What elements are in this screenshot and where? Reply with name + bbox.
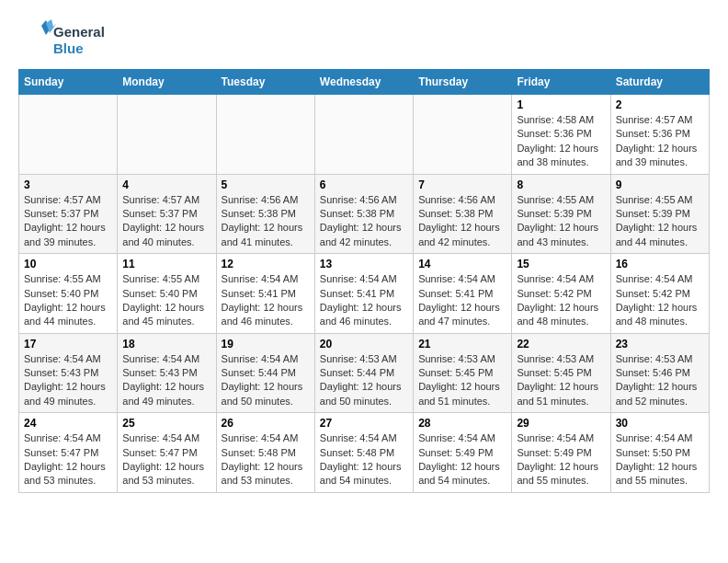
day-of-week-header: Wednesday <box>314 70 413 95</box>
day-info: Sunrise: 4:56 AMSunset: 5:38 PMDaylight:… <box>418 193 506 250</box>
day-info: Sunrise: 4:54 AMSunset: 5:41 PMDaylight:… <box>222 272 310 329</box>
calendar-day-cell <box>414 95 512 175</box>
day-info: Sunrise: 4:54 AMSunset: 5:41 PMDaylight:… <box>418 272 506 329</box>
day-number: 4 <box>122 178 210 191</box>
calendar-header-row: SundayMondayTuesdayWednesdayThursdayFrid… <box>19 70 710 95</box>
calendar-day-cell: 1Sunrise: 4:58 AMSunset: 5:36 PMDaylight… <box>512 95 610 175</box>
day-info: Sunrise: 4:54 AMSunset: 5:48 PMDaylight:… <box>222 431 310 488</box>
day-number: 5 <box>222 178 310 191</box>
calendar-day-cell: 20Sunrise: 4:53 AMSunset: 5:44 PMDayligh… <box>314 333 413 413</box>
day-number: 12 <box>222 258 310 270</box>
day-number: 8 <box>517 178 605 191</box>
calendar-day-cell: 13Sunrise: 4:54 AMSunset: 5:41 PMDayligh… <box>314 254 413 334</box>
day-number: 7 <box>418 178 506 191</box>
day-info: Sunrise: 4:54 AMSunset: 5:41 PMDaylight:… <box>320 272 408 329</box>
day-info: Sunrise: 4:54 AMSunset: 5:43 PMDaylight:… <box>122 352 210 409</box>
day-info: Sunrise: 4:54 AMSunset: 5:44 PMDaylight:… <box>222 352 310 409</box>
day-number: 21 <box>418 338 506 350</box>
day-number: 28 <box>418 417 506 430</box>
calendar-week-row: 10Sunrise: 4:55 AMSunset: 5:40 PMDayligh… <box>19 254 710 334</box>
logo: General Blue <box>18 18 119 60</box>
calendar-week-row: 3Sunrise: 4:57 AMSunset: 5:37 PMDaylight… <box>19 174 710 254</box>
day-number: 27 <box>320 417 408 430</box>
calendar-day-cell: 17Sunrise: 4:54 AMSunset: 5:43 PMDayligh… <box>19 333 118 413</box>
day-info: Sunrise: 4:54 AMSunset: 5:50 PMDaylight:… <box>616 431 704 488</box>
logo-svg: General Blue <box>18 18 119 60</box>
calendar-day-cell: 26Sunrise: 4:54 AMSunset: 5:48 PMDayligh… <box>216 413 314 493</box>
calendar-day-cell: 7Sunrise: 4:56 AMSunset: 5:38 PMDaylight… <box>414 174 512 254</box>
day-info: Sunrise: 4:54 AMSunset: 5:48 PMDaylight:… <box>320 431 408 488</box>
calendar-day-cell: 5Sunrise: 4:56 AMSunset: 5:38 PMDaylight… <box>216 174 314 254</box>
day-number: 15 <box>517 258 605 270</box>
day-info: Sunrise: 4:57 AMSunset: 5:37 PMDaylight:… <box>24 193 112 250</box>
day-number: 10 <box>24 258 112 270</box>
day-of-week-header: Sunday <box>19 70 118 95</box>
day-number: 29 <box>517 417 605 430</box>
day-info: Sunrise: 4:54 AMSunset: 5:47 PMDaylight:… <box>24 431 112 488</box>
day-number: 24 <box>24 417 112 430</box>
day-info: Sunrise: 4:58 AMSunset: 5:36 PMDaylight:… <box>517 113 605 170</box>
day-info: Sunrise: 4:55 AMSunset: 5:39 PMDaylight:… <box>517 193 605 250</box>
day-info: Sunrise: 4:56 AMSunset: 5:38 PMDaylight:… <box>320 193 408 250</box>
calendar-day-cell: 14Sunrise: 4:54 AMSunset: 5:41 PMDayligh… <box>414 254 512 334</box>
calendar-day-cell: 9Sunrise: 4:55 AMSunset: 5:39 PMDaylight… <box>610 174 709 254</box>
day-of-week-header: Saturday <box>610 70 709 95</box>
calendar-day-cell: 29Sunrise: 4:54 AMSunset: 5:49 PMDayligh… <box>512 413 610 493</box>
day-number: 13 <box>320 258 408 270</box>
day-of-week-header: Friday <box>512 70 610 95</box>
day-number: 18 <box>122 338 210 350</box>
day-info: Sunrise: 4:54 AMSunset: 5:47 PMDaylight:… <box>122 431 210 488</box>
day-info: Sunrise: 4:54 AMSunset: 5:49 PMDaylight:… <box>517 431 605 488</box>
day-number: 26 <box>222 417 310 430</box>
calendar-day-cell: 4Sunrise: 4:57 AMSunset: 5:37 PMDaylight… <box>118 174 216 254</box>
day-of-week-header: Monday <box>118 70 216 95</box>
svg-text:General: General <box>53 24 105 40</box>
calendar-day-cell: 10Sunrise: 4:55 AMSunset: 5:40 PMDayligh… <box>19 254 118 334</box>
day-info: Sunrise: 4:55 AMSunset: 5:40 PMDaylight:… <box>24 272 112 329</box>
calendar-day-cell: 30Sunrise: 4:54 AMSunset: 5:50 PMDayligh… <box>610 413 709 493</box>
calendar-week-row: 1Sunrise: 4:58 AMSunset: 5:36 PMDaylight… <box>19 95 710 175</box>
calendar-day-cell: 3Sunrise: 4:57 AMSunset: 5:37 PMDaylight… <box>19 174 118 254</box>
calendar-day-cell: 27Sunrise: 4:54 AMSunset: 5:48 PMDayligh… <box>314 413 413 493</box>
day-info: Sunrise: 4:54 AMSunset: 5:43 PMDaylight:… <box>24 352 112 409</box>
calendar-day-cell <box>118 95 216 175</box>
day-info: Sunrise: 4:53 AMSunset: 5:46 PMDaylight:… <box>616 352 704 409</box>
calendar-day-cell: 6Sunrise: 4:56 AMSunset: 5:38 PMDaylight… <box>314 174 413 254</box>
calendar-day-cell: 12Sunrise: 4:54 AMSunset: 5:41 PMDayligh… <box>216 254 314 334</box>
day-number: 16 <box>616 258 704 270</box>
calendar-week-row: 17Sunrise: 4:54 AMSunset: 5:43 PMDayligh… <box>19 333 710 413</box>
day-number: 19 <box>222 338 310 350</box>
calendar-day-cell: 23Sunrise: 4:53 AMSunset: 5:46 PMDayligh… <box>610 333 709 413</box>
day-number: 30 <box>616 417 704 430</box>
day-number: 11 <box>122 258 210 270</box>
calendar-day-cell <box>19 95 118 175</box>
day-number: 25 <box>122 417 210 430</box>
calendar-day-cell: 8Sunrise: 4:55 AMSunset: 5:39 PMDaylight… <box>512 174 610 254</box>
day-info: Sunrise: 4:55 AMSunset: 5:39 PMDaylight:… <box>616 193 704 250</box>
calendar-day-cell: 25Sunrise: 4:54 AMSunset: 5:47 PMDayligh… <box>118 413 216 493</box>
calendar-day-cell: 2Sunrise: 4:57 AMSunset: 5:36 PMDaylight… <box>610 95 709 175</box>
calendar-day-cell: 16Sunrise: 4:54 AMSunset: 5:42 PMDayligh… <box>610 254 709 334</box>
day-number: 17 <box>24 338 112 350</box>
day-of-week-header: Tuesday <box>216 70 314 95</box>
day-number: 1 <box>517 98 605 111</box>
day-info: Sunrise: 4:53 AMSunset: 5:45 PMDaylight:… <box>418 352 506 409</box>
day-info: Sunrise: 4:54 AMSunset: 5:42 PMDaylight:… <box>517 272 605 329</box>
day-number: 2 <box>616 98 704 111</box>
calendar-day-cell <box>314 95 413 175</box>
calendar-day-cell: 22Sunrise: 4:53 AMSunset: 5:45 PMDayligh… <box>512 333 610 413</box>
page-header: General Blue <box>18 18 710 60</box>
calendar-day-cell: 21Sunrise: 4:53 AMSunset: 5:45 PMDayligh… <box>414 333 512 413</box>
day-number: 22 <box>517 338 605 350</box>
day-info: Sunrise: 4:57 AMSunset: 5:36 PMDaylight:… <box>616 113 704 170</box>
calendar-day-cell <box>216 95 314 175</box>
day-info: Sunrise: 4:53 AMSunset: 5:45 PMDaylight:… <box>517 352 605 409</box>
day-number: 23 <box>616 338 704 350</box>
day-number: 9 <box>616 178 704 191</box>
calendar-table: SundayMondayTuesdayWednesdayThursdayFrid… <box>18 69 710 493</box>
calendar-day-cell: 11Sunrise: 4:55 AMSunset: 5:40 PMDayligh… <box>118 254 216 334</box>
day-number: 3 <box>24 178 112 191</box>
calendar-day-cell: 15Sunrise: 4:54 AMSunset: 5:42 PMDayligh… <box>512 254 610 334</box>
svg-text:Blue: Blue <box>53 40 84 56</box>
day-of-week-header: Thursday <box>414 70 512 95</box>
